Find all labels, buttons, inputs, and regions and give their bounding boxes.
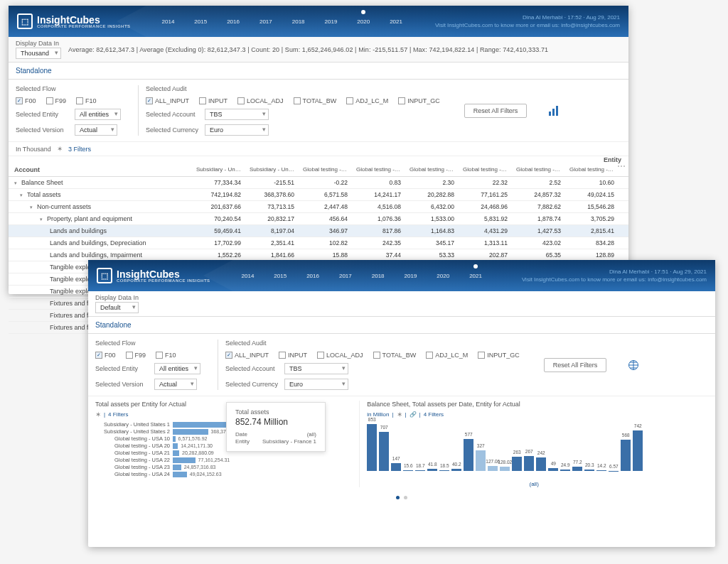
bar[interactable]: 242 bbox=[536, 457, 546, 471]
bar[interactable]: 40.2 bbox=[451, 469, 461, 471]
filters-link[interactable]: 4 Filters bbox=[424, 411, 444, 418]
hbar-row[interactable]: Global testing - USA 2324,857,316.83 bbox=[95, 464, 352, 470]
checkbox-input_gc[interactable]: INPUT_GC bbox=[398, 97, 440, 104]
gear-icon[interactable]: ✶ bbox=[95, 411, 101, 418]
column-header[interactable]: Global testing - US... bbox=[299, 163, 352, 176]
column-header[interactable]: Global testing - US... bbox=[565, 163, 619, 176]
checkbox-f99[interactable]: F99 bbox=[46, 97, 67, 104]
version-select[interactable]: Actual bbox=[75, 124, 117, 136]
timeline-year[interactable]: 2019 bbox=[395, 270, 427, 282]
timeline-year[interactable]: 2016 bbox=[296, 270, 329, 282]
bar[interactable]: 18.7 bbox=[415, 470, 425, 471]
year-timeline[interactable]: 20142015201620172018201920202021 bbox=[232, 270, 500, 282]
table-row[interactable]: Lands and buildings, Depreciation17,702.… bbox=[9, 237, 628, 249]
bar[interactable]: 18.5 bbox=[439, 470, 449, 471]
checkbox-f00[interactable]: ✓F00 bbox=[16, 97, 36, 104]
bar[interactable]: 263 bbox=[512, 457, 522, 471]
checkbox-f10[interactable]: F10 bbox=[76, 97, 97, 104]
bar[interactable]: 128.02 bbox=[500, 467, 510, 471]
column-header[interactable]: Subsidiary - United St... bbox=[192, 163, 245, 176]
version-select[interactable]: Actual bbox=[154, 379, 197, 390]
column-header[interactable]: Subsidiary - United St... bbox=[245, 163, 299, 176]
bar[interactable]: 6.57 bbox=[609, 471, 619, 472]
checkbox-f10[interactable]: F10 bbox=[156, 352, 176, 359]
checkbox-f00[interactable]: ✓F00 bbox=[95, 352, 116, 359]
gear-icon[interactable]: ✶ bbox=[57, 145, 63, 153]
bar[interactable]: 41.8 bbox=[427, 469, 437, 471]
timeline-year[interactable]: 2021 bbox=[459, 270, 492, 282]
table-row[interactable]: ▾Non-current assets201,637.6673,713.152,… bbox=[9, 201, 628, 213]
bar[interactable]: 77.2 bbox=[572, 467, 582, 471]
filters-link[interactable]: 3 Filters bbox=[68, 146, 91, 153]
timeline-year[interactable]: 2016 bbox=[217, 16, 250, 28]
bar[interactable]: 20.3 bbox=[584, 470, 594, 471]
checkbox-adj_lc_m[interactable]: ADJ_LC_M bbox=[426, 352, 468, 359]
checkbox-f99[interactable]: F99 bbox=[126, 352, 146, 359]
tab-standalone[interactable]: Standalone bbox=[9, 63, 628, 80]
bar[interactable]: 568 bbox=[621, 440, 631, 471]
checkbox-local_adj[interactable]: LOCAL_ADJ bbox=[237, 97, 284, 104]
bar[interactable]: 15.6 bbox=[403, 470, 413, 471]
bar[interactable]: 267 bbox=[524, 456, 534, 471]
checkbox-input[interactable]: INPUT bbox=[199, 97, 228, 104]
column-header[interactable]: Global testing - US... bbox=[459, 163, 512, 176]
gear-icon[interactable]: ✶ bbox=[397, 411, 402, 418]
timeline-year[interactable]: 2018 bbox=[362, 270, 395, 282]
display-select[interactable]: Default bbox=[95, 302, 139, 313]
display-select[interactable]: Thousand bbox=[16, 48, 61, 59]
checkbox-input_gc[interactable]: INPUT_GC bbox=[478, 352, 520, 359]
globe-icon[interactable] bbox=[628, 359, 639, 371]
tab-standalone[interactable]: Standalone bbox=[88, 317, 715, 334]
column-header[interactable]: Global testing - US... bbox=[405, 163, 459, 176]
table-row[interactable]: ▾Property, plant and equipment70,240.542… bbox=[9, 213, 628, 225]
checkbox-total_bw[interactable]: TOTAL_BW bbox=[373, 352, 417, 359]
timeline-year[interactable]: 2015 bbox=[264, 270, 296, 282]
filters-link[interactable]: 4 Filters bbox=[108, 411, 128, 418]
checkbox-all_input[interactable]: ✓ALL_INPUT bbox=[146, 97, 189, 104]
more-icon[interactable]: ⋯ bbox=[617, 161, 626, 171]
bar[interactable]: 147 bbox=[391, 463, 401, 471]
table-row[interactable]: ▾Balance Sheet77,334.34-215.51-0.220.832… bbox=[9, 177, 628, 189]
column-header[interactable]: Global testing - US... bbox=[512, 163, 565, 176]
chart-icon[interactable] bbox=[548, 105, 560, 116]
pager[interactable] bbox=[88, 492, 715, 504]
table-row[interactable]: Lands and buildings59,459.418,197.04346.… bbox=[9, 225, 628, 237]
bar[interactable]: 24.9 bbox=[560, 470, 570, 471]
timeline-year[interactable]: 2018 bbox=[282, 16, 315, 28]
bar[interactable]: 327 bbox=[476, 450, 486, 471]
account-select[interactable]: TBS bbox=[284, 363, 348, 374]
timeline-year[interactable]: 2014 bbox=[232, 270, 264, 282]
bar[interactable]: 577 bbox=[464, 439, 473, 471]
bar[interactable]: 742 bbox=[633, 430, 643, 471]
bar[interactable]: 127.06 bbox=[488, 466, 498, 471]
entity-select[interactable]: All entities bbox=[75, 109, 121, 120]
currency-select[interactable]: Euro bbox=[205, 124, 269, 136]
hbar-row[interactable]: Global testing - USA 2449,024,152.63 bbox=[95, 471, 352, 477]
timeline-year[interactable]: 2017 bbox=[250, 16, 282, 28]
bar[interactable]: 14.2 bbox=[596, 470, 606, 471]
entity-select[interactable]: All entities bbox=[154, 363, 200, 374]
timeline-year[interactable]: 2020 bbox=[347, 16, 380, 28]
timeline-year[interactable]: 2019 bbox=[315, 16, 348, 28]
checkbox-all_input[interactable]: ✓ALL_INPUT bbox=[225, 352, 269, 359]
reset-filters-button[interactable]: Reset All Filters bbox=[544, 358, 607, 372]
link-icon[interactable]: 🔗 bbox=[410, 411, 417, 418]
table-row[interactable]: ▾Total assets742,194.82368,378.606,571.5… bbox=[9, 189, 628, 201]
reset-filters-button[interactable]: Reset All Filters bbox=[464, 104, 528, 118]
checkbox-adj_lc_m[interactable]: ADJ_LC_M bbox=[346, 97, 388, 104]
checkbox-total_bw[interactable]: TOTAL_BW bbox=[294, 97, 337, 104]
timeline-year[interactable]: 2015 bbox=[184, 16, 217, 28]
currency-select[interactable]: Euro bbox=[284, 379, 348, 390]
checkbox-input[interactable]: INPUT bbox=[279, 352, 307, 359]
hbar-row[interactable]: Global testing - USA 2277,161,254.31 bbox=[95, 457, 352, 463]
account-select[interactable]: TBS bbox=[205, 109, 269, 120]
timeline-year[interactable]: 2020 bbox=[427, 270, 459, 282]
timeline-year[interactable]: 2017 bbox=[329, 270, 362, 282]
column-header[interactable]: Global testing - US... bbox=[352, 163, 405, 176]
year-timeline[interactable]: 20142015201620172018201920202021 bbox=[152, 16, 414, 28]
checkbox-local_adj[interactable]: LOCAL_ADJ bbox=[317, 352, 363, 359]
bar[interactable]: 707 bbox=[379, 432, 389, 471]
bar[interactable]: 853 bbox=[367, 424, 377, 471]
bar[interactable]: 49 bbox=[548, 468, 558, 471]
timeline-year[interactable]: 2014 bbox=[152, 16, 185, 28]
